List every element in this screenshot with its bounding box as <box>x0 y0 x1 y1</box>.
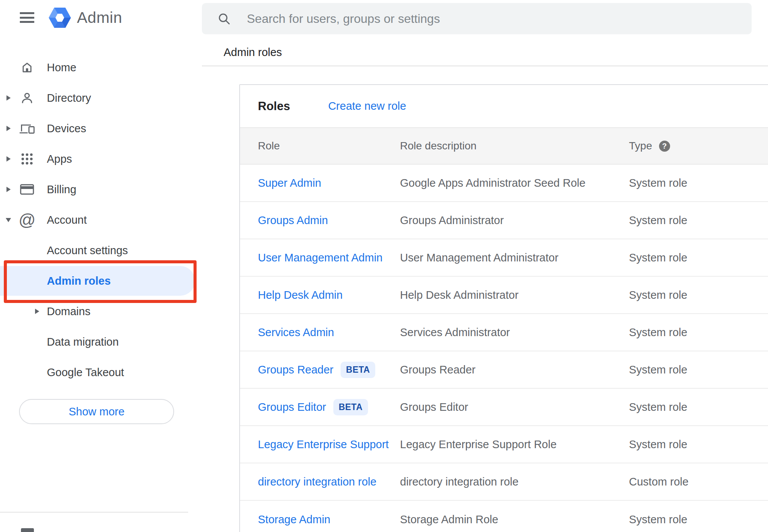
apps-grid-icon <box>18 150 36 168</box>
role-link[interactable]: User Management Admin <box>258 252 382 264</box>
roles-table-body: Super Admin BETA Google Apps Administrat… <box>240 165 768 532</box>
cutoff-nav-icon <box>21 528 34 532</box>
role-type: System role <box>629 438 768 451</box>
role-cell: Groups Editor BETA <box>258 399 400 415</box>
expand-caret-icon[interactable] <box>0 218 17 222</box>
role-description: User Management Administrator <box>400 252 629 264</box>
role-description: Groups Reader <box>400 364 629 376</box>
product-name: Admin <box>77 9 122 27</box>
role-link[interactable]: Groups Admin <box>258 214 328 227</box>
hamburger-menu-icon[interactable] <box>20 12 34 23</box>
role-cell: Storage Admin BETA <box>258 513 400 526</box>
sidebar-item-account-settings[interactable]: Account settings <box>0 235 202 266</box>
role-link[interactable]: Storage Admin <box>258 513 330 526</box>
role-cell: Services Admin BETA <box>258 326 400 339</box>
role-description: Groups Administrator <box>400 214 629 227</box>
sidebar-item-data-migration[interactable]: Data migration <box>0 327 202 357</box>
role-description: Help Desk Administrator <box>400 289 629 301</box>
sidebar-item-home[interactable]: Home <box>0 52 202 83</box>
at-icon: @ <box>18 211 36 229</box>
expand-caret-icon[interactable] <box>0 156 17 162</box>
role-description: directory integration role <box>400 476 629 488</box>
sidebar: Admin Home Directory Devices Apps Billin… <box>0 0 202 532</box>
beta-badge: BETA <box>333 399 368 415</box>
table-row: Help Desk Admin BETA Help Desk Administr… <box>240 277 768 314</box>
role-type: System role <box>629 289 768 301</box>
column-header-role: Role <box>258 140 400 152</box>
roles-card: Roles Create new role Role Role descript… <box>239 84 768 532</box>
table-row: Groups Reader BETA Groups Reader System … <box>240 351 768 389</box>
devices-icon <box>18 120 36 137</box>
expand-caret-icon[interactable] <box>35 296 39 327</box>
role-link[interactable]: directory integration role <box>258 476 376 488</box>
role-cell: Help Desk Admin BETA <box>258 289 400 301</box>
breadcrumb: Admin roles <box>224 46 282 59</box>
header-divider <box>202 66 768 66</box>
sidebar-item-label: Domains <box>47 305 90 318</box>
role-type: System role <box>629 177 768 189</box>
sidebar-item-devices[interactable]: Devices <box>0 113 202 144</box>
role-description: Storage Admin Role <box>400 513 629 526</box>
table-row: directory integration role BETA director… <box>240 463 768 501</box>
role-link[interactable]: Groups Reader <box>258 364 333 376</box>
column-header-description: Role description <box>400 140 629 152</box>
role-cell: Groups Admin BETA <box>258 214 400 227</box>
beta-badge: BETA <box>341 362 375 378</box>
role-cell: directory integration role BETA <box>258 476 400 488</box>
table-row: Groups Editor BETA Groups Editor System … <box>240 389 768 426</box>
search-bar[interactable] <box>202 3 752 34</box>
sidebar-item-label: Billing <box>47 183 76 196</box>
expand-caret-icon[interactable] <box>0 126 17 131</box>
role-type: System role <box>629 364 768 376</box>
expand-caret-icon[interactable] <box>0 187 17 192</box>
sidebar-item-directory[interactable]: Directory <box>0 83 202 113</box>
sidebar-item-label: Data migration <box>47 336 119 348</box>
role-type: System role <box>629 252 768 264</box>
admin-console-page: { "brand": { "product_name": "Admin" }, … <box>0 0 768 532</box>
sidebar-item-domains[interactable]: Domains <box>0 296 202 327</box>
expand-caret-icon[interactable] <box>0 95 17 101</box>
roles-title: Roles <box>258 99 290 113</box>
sidebar-item-admin-roles[interactable]: Admin roles <box>0 266 202 296</box>
sidebar-item-account[interactable]: @ Account <box>0 205 202 235</box>
role-type: System role <box>629 513 768 526</box>
sidebar-divider <box>0 512 188 513</box>
role-description: Services Administrator <box>400 326 629 339</box>
role-cell: User Management Admin BETA <box>258 252 400 264</box>
sidebar-item-label: Directory <box>47 92 91 104</box>
sidebar-item-label: Account settings <box>47 244 128 257</box>
role-cell: Legacy Enterprise Support BETA <box>258 438 400 451</box>
card-icon <box>18 181 36 198</box>
table-row: User Management Admin BETA User Manageme… <box>240 239 768 277</box>
table-header-row: Role Role description Type ? <box>240 127 768 165</box>
create-new-role-link[interactable]: Create new role <box>328 100 406 112</box>
table-row: Storage Admin BETA Storage Admin Role Sy… <box>240 501 768 532</box>
role-link[interactable]: Services Admin <box>258 326 334 339</box>
role-type: Custom role <box>629 476 768 488</box>
sidebar-item-apps[interactable]: Apps <box>0 144 202 174</box>
role-description: Legacy Enterprise Support Role <box>400 438 629 451</box>
sidebar-item-label: Admin roles <box>47 275 111 287</box>
show-more-button[interactable]: Show more <box>19 399 174 424</box>
sidebar-item-label: Account <box>47 214 87 226</box>
role-link[interactable]: Groups Editor <box>258 401 326 413</box>
role-description: Groups Editor <box>400 401 629 413</box>
column-header-type: Type ? <box>629 140 768 152</box>
table-row: Super Admin BETA Google Apps Administrat… <box>240 165 768 202</box>
home-icon <box>18 59 36 76</box>
sidebar-item-google-takeout[interactable]: Google Takeout <box>0 357 202 388</box>
role-link[interactable]: Super Admin <box>258 177 321 189</box>
role-type: System role <box>629 214 768 227</box>
role-link[interactable]: Help Desk Admin <box>258 289 342 301</box>
sidebar-item-billing[interactable]: Billing <box>0 174 202 205</box>
search-icon <box>217 12 231 26</box>
search-input[interactable] <box>246 11 752 26</box>
sidebar-item-label: Google Takeout <box>47 366 124 379</box>
table-row: Legacy Enterprise Support BETA Legacy En… <box>240 426 768 463</box>
admin-logo-icon <box>49 7 71 28</box>
role-type: System role <box>629 326 768 339</box>
role-link[interactable]: Legacy Enterprise Support <box>258 438 389 451</box>
table-row: Services Admin BETA Services Administrat… <box>240 314 768 351</box>
help-icon[interactable]: ? <box>659 141 670 152</box>
role-cell: Super Admin BETA <box>258 177 400 189</box>
